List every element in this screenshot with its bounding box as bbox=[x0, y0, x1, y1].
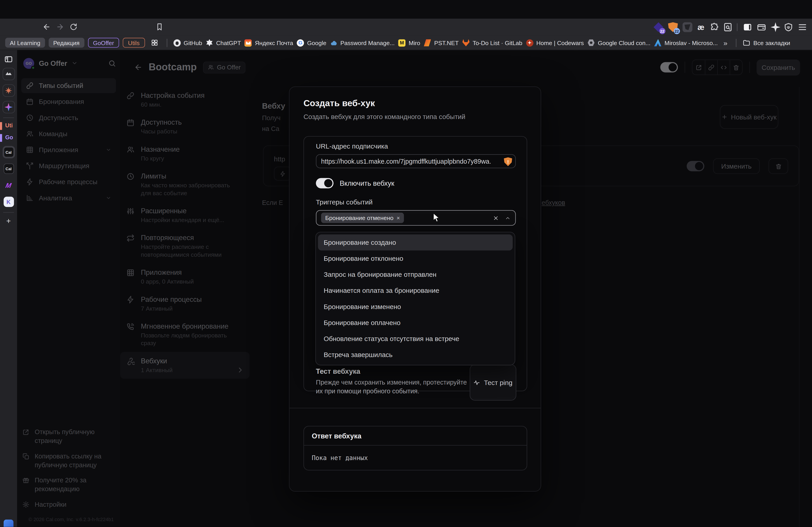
event-triggers-select[interactable]: Бронирование отменено × bbox=[316, 210, 516, 226]
bookmark-label: Яндекс Почта bbox=[255, 40, 293, 46]
new-tab-plus[interactable]: + bbox=[6, 217, 11, 225]
bookmark-label: Google bbox=[307, 40, 327, 46]
dropdown-option[interactable]: Бронирование оплачено bbox=[318, 315, 513, 331]
bookmark-item[interactable]: GGoogle bbox=[297, 39, 327, 46]
subscriber-url-input[interactable]: https://hook.us1.make.com/7jpgmdffkuttju… bbox=[316, 154, 516, 168]
bookmark-item[interactable]: GitHub bbox=[173, 39, 202, 46]
browser-toolbar: app.cal.com/event-types/4743338?tabName=… bbox=[0, 19, 812, 36]
bookmarks-bar: » Все закладки AI LearningРедакцияGoOffe… bbox=[0, 35, 812, 50]
kommo-logo: K bbox=[6, 199, 11, 205]
folder-icon bbox=[742, 39, 750, 46]
chatgpt-favicon bbox=[206, 39, 213, 46]
bookmark-item[interactable]: Home | Codewars bbox=[526, 39, 584, 46]
response-title: Ответ вебхука bbox=[304, 426, 527, 446]
tab-group-gooffer-label[interactable]: Go bbox=[0, 134, 17, 142]
bookmark-label: Password Manage... bbox=[340, 40, 395, 46]
boat-app-icon[interactable] bbox=[2, 68, 15, 80]
bookmark-item[interactable]: Password Manage... bbox=[330, 39, 395, 46]
cloud-favicon bbox=[330, 39, 337, 46]
enable-webhook-toggle[interactable] bbox=[316, 178, 334, 189]
bookmark-item[interactable]: PST.NET bbox=[424, 39, 459, 46]
apps-grid-icon[interactable] bbox=[150, 39, 158, 46]
selected-trigger-chip[interactable]: Бронирование отменено × bbox=[321, 213, 404, 223]
rail-bottom-icon[interactable] bbox=[4, 520, 14, 527]
bookmark-label: Miro bbox=[409, 40, 420, 46]
reload-icon[interactable] bbox=[70, 23, 78, 31]
all-bookmarks[interactable]: Все закладки bbox=[742, 39, 791, 46]
extension-badge: 22 bbox=[659, 28, 665, 34]
dropdown-option[interactable]: Бронирование отклонено bbox=[318, 251, 513, 267]
extension-icon-2[interactable]: 22 bbox=[668, 22, 678, 32]
modal-divider bbox=[289, 408, 541, 408]
vpn-icon[interactable] bbox=[784, 22, 794, 32]
sidebar-panel-icon[interactable] bbox=[4, 55, 13, 63]
bookmark-item[interactable]: To-Do List · GitLab bbox=[462, 39, 522, 46]
leo-ai-icon[interactable] bbox=[770, 22, 780, 32]
activity-icon bbox=[474, 379, 480, 386]
response-empty-text: Пока нет данных bbox=[304, 446, 527, 470]
extension-icon-3[interactable] bbox=[683, 22, 693, 32]
gemini-app-icon[interactable] bbox=[2, 101, 15, 114]
triggers-dropdown: Бронирование созданоБронирование отклоне… bbox=[315, 232, 515, 365]
dropdown-option[interactable]: Бронирование изменено bbox=[318, 299, 513, 315]
page-search-icon[interactable] bbox=[723, 22, 733, 32]
miro-favicon: M bbox=[398, 39, 406, 46]
github-favicon bbox=[173, 39, 180, 46]
bookmarks-overflow[interactable]: » bbox=[723, 39, 727, 47]
cal-tab[interactable]: Cal bbox=[2, 163, 15, 175]
wallet-icon[interactable] bbox=[756, 22, 766, 32]
dropdown-option[interactable]: Обновление статуса отсутствия на встрече bbox=[318, 331, 513, 347]
mouse-cursor bbox=[432, 213, 441, 223]
claude-app-icon[interactable] bbox=[2, 84, 15, 97]
tab-group-2[interactable]: Редакция bbox=[48, 38, 84, 48]
kommo-tab[interactable]: K bbox=[2, 196, 15, 208]
chevron-up-icon[interactable] bbox=[505, 215, 511, 221]
back-icon[interactable] bbox=[42, 23, 51, 31]
bookmark-label: PST.NET bbox=[434, 40, 459, 46]
cal-tab-active[interactable]: Cal bbox=[2, 146, 15, 158]
menu-icon[interactable] bbox=[798, 22, 808, 32]
test-ping-button[interactable]: Тест ping bbox=[469, 364, 516, 401]
extension-icon-1[interactable]: 22 bbox=[653, 22, 663, 32]
make-logo: M bbox=[5, 181, 12, 189]
all-bookmarks-label: Все закладки bbox=[753, 40, 790, 46]
test-webhook-description: Прежде чем сохранить изменения, протести… bbox=[316, 378, 467, 396]
azure-favicon bbox=[654, 39, 661, 46]
rail-divider bbox=[3, 212, 14, 213]
subscriber-url-label: URL-адрес подписчика bbox=[316, 142, 388, 150]
cal-logo: Cal bbox=[3, 164, 14, 174]
modal-title: Создать веб-хук bbox=[303, 98, 375, 109]
modal-subtitle: Создать вебхук для этого командного типа… bbox=[303, 113, 465, 121]
tab-group-4[interactable]: Utils bbox=[123, 38, 145, 48]
bookmark-item[interactable]: Google Cloud con... bbox=[588, 39, 651, 46]
extensions-icon[interactable] bbox=[709, 22, 719, 32]
remove-chip-icon[interactable]: × bbox=[396, 215, 400, 221]
clear-select-icon[interactable] bbox=[493, 215, 499, 221]
bookmark-item[interactable]: ChatGPT bbox=[206, 39, 241, 46]
sidebar-toggle-icon[interactable] bbox=[742, 22, 752, 32]
dropdown-option[interactable]: Бронирование создано bbox=[318, 235, 513, 251]
rail-divider bbox=[3, 118, 14, 118]
bookmark-item[interactable]: Яндекс Почта bbox=[245, 39, 293, 46]
dropdown-option[interactable]: Начинается оплата за бронирование bbox=[318, 283, 513, 299]
password-manager-shield-icon[interactable]: ! bbox=[504, 157, 512, 166]
extension-badge: 22 bbox=[673, 28, 680, 34]
google-favicon: G bbox=[297, 39, 304, 46]
bookmark-label: GitHub bbox=[184, 40, 202, 46]
bookmark-label: Miroslav - Microso... bbox=[665, 40, 718, 46]
bookmark-label: Google Cloud con... bbox=[598, 40, 651, 46]
tab-group-3[interactable]: GoOffer bbox=[88, 38, 119, 48]
event-triggers-label: Триггеры событий bbox=[316, 198, 373, 206]
tab-group-utils-label[interactable]: Uti bbox=[0, 122, 17, 130]
tab-group-1[interactable]: AI Learning bbox=[5, 38, 45, 48]
bookmark-icon[interactable] bbox=[156, 23, 164, 31]
bookmark-item[interactable]: Miroslav - Microso... bbox=[654, 39, 718, 46]
extension-icon-ae[interactable]: æ bbox=[696, 22, 706, 32]
browser-titlebar bbox=[0, 0, 812, 19]
dropdown-option[interactable]: Запрос на бронирование отправлен bbox=[318, 267, 513, 283]
dropdown-option[interactable]: Встреча завершилась bbox=[318, 347, 513, 363]
make-tab[interactable]: M bbox=[2, 179, 15, 191]
bookmark-item[interactable]: MMiro bbox=[398, 39, 420, 46]
codewars-favicon bbox=[526, 39, 533, 46]
forward-icon[interactable] bbox=[56, 23, 64, 31]
